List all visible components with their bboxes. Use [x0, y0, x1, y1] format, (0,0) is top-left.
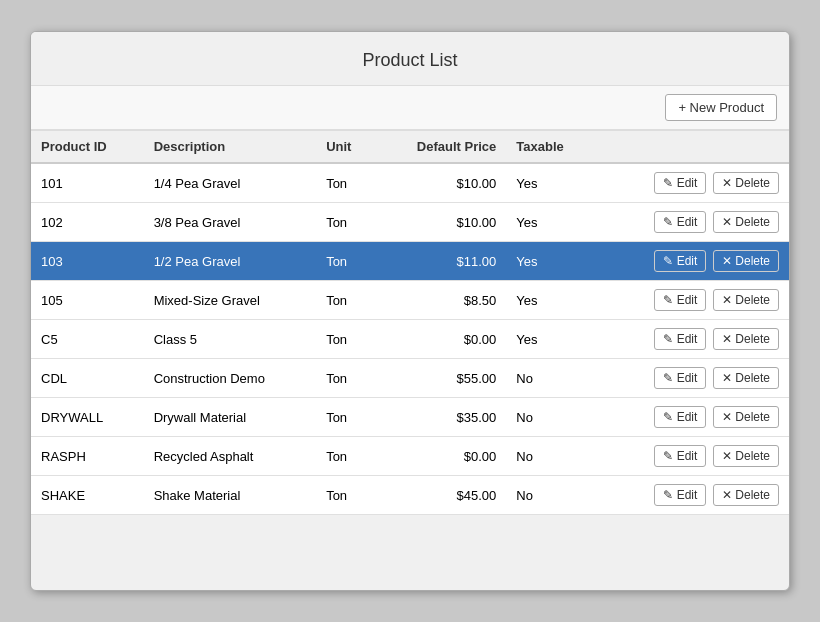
cell-product-id: CDL [31, 359, 144, 398]
delete-button[interactable]: ✕ Delete [713, 211, 779, 233]
cell-actions: ✎ Edit ✕ Delete [595, 398, 789, 437]
delete-button[interactable]: ✕ Delete [713, 172, 779, 194]
edit-button[interactable]: ✎ Edit [654, 289, 706, 311]
cell-description: Construction Demo [144, 359, 316, 398]
page-title: Product List [31, 32, 789, 86]
cell-taxable: No [506, 437, 595, 476]
cell-description: Recycled Asphalt [144, 437, 316, 476]
edit-button[interactable]: ✎ Edit [654, 250, 706, 272]
cell-description: Mixed-Size Gravel [144, 281, 316, 320]
col-taxable: Taxable [506, 131, 595, 163]
cell-taxable: No [506, 476, 595, 515]
product-table: Product ID Description Unit Default Pric… [31, 131, 789, 515]
table-header-row: Product ID Description Unit Default Pric… [31, 131, 789, 163]
cell-product-id: DRYWALL [31, 398, 144, 437]
cell-unit: Ton [316, 437, 375, 476]
edit-button[interactable]: ✎ Edit [654, 172, 706, 194]
cell-description: 1/2 Pea Gravel [144, 242, 316, 281]
edit-button[interactable]: ✎ Edit [654, 367, 706, 389]
col-default-price: Default Price [376, 131, 507, 163]
cell-taxable: No [506, 398, 595, 437]
cell-default-price: $0.00 [376, 437, 507, 476]
cell-unit: Ton [316, 242, 375, 281]
edit-button[interactable]: ✎ Edit [654, 211, 706, 233]
cell-description: 3/8 Pea Gravel [144, 203, 316, 242]
table-row[interactable]: RASPH Recycled Asphalt Ton $0.00 No ✎ Ed… [31, 437, 789, 476]
cell-actions: ✎ Edit ✕ Delete [595, 359, 789, 398]
delete-button[interactable]: ✕ Delete [713, 406, 779, 428]
table-row[interactable]: 102 3/8 Pea Gravel Ton $10.00 Yes ✎ Edit… [31, 203, 789, 242]
toolbar: + New Product [31, 86, 789, 130]
product-list-window: Product List + New Product Product ID De… [30, 31, 790, 591]
cell-default-price: $45.00 [376, 476, 507, 515]
col-actions [595, 131, 789, 163]
col-product-id: Product ID [31, 131, 144, 163]
cell-product-id: RASPH [31, 437, 144, 476]
cell-taxable: No [506, 359, 595, 398]
cell-default-price: $8.50 [376, 281, 507, 320]
cell-unit: Ton [316, 398, 375, 437]
cell-unit: Ton [316, 281, 375, 320]
cell-default-price: $55.00 [376, 359, 507, 398]
cell-actions: ✎ Edit ✕ Delete [595, 242, 789, 281]
cell-description: Class 5 [144, 320, 316, 359]
table-row[interactable]: 105 Mixed-Size Gravel Ton $8.50 Yes ✎ Ed… [31, 281, 789, 320]
cell-description: Shake Material [144, 476, 316, 515]
table-row[interactable]: CDL Construction Demo Ton $55.00 No ✎ Ed… [31, 359, 789, 398]
cell-product-id: C5 [31, 320, 144, 359]
delete-button[interactable]: ✕ Delete [713, 367, 779, 389]
cell-unit: Ton [316, 476, 375, 515]
edit-button[interactable]: ✎ Edit [654, 406, 706, 428]
cell-actions: ✎ Edit ✕ Delete [595, 203, 789, 242]
cell-product-id: 103 [31, 242, 144, 281]
cell-actions: ✎ Edit ✕ Delete [595, 163, 789, 203]
delete-button[interactable]: ✕ Delete [713, 250, 779, 272]
table-row[interactable]: DRYWALL Drywall Material Ton $35.00 No ✎… [31, 398, 789, 437]
cell-default-price: $10.00 [376, 163, 507, 203]
cell-default-price: $35.00 [376, 398, 507, 437]
cell-product-id: 105 [31, 281, 144, 320]
delete-button[interactable]: ✕ Delete [713, 484, 779, 506]
cell-taxable: Yes [506, 242, 595, 281]
delete-button[interactable]: ✕ Delete [713, 289, 779, 311]
edit-button[interactable]: ✎ Edit [654, 445, 706, 467]
edit-button[interactable]: ✎ Edit [654, 328, 706, 350]
product-table-container[interactable]: Product ID Description Unit Default Pric… [31, 130, 789, 515]
cell-product-id: SHAKE [31, 476, 144, 515]
delete-button[interactable]: ✕ Delete [713, 328, 779, 350]
cell-actions: ✎ Edit ✕ Delete [595, 437, 789, 476]
cell-taxable: Yes [506, 281, 595, 320]
cell-unit: Ton [316, 163, 375, 203]
table-row[interactable]: C5 Class 5 Ton $0.00 Yes ✎ Edit ✕ Delete [31, 320, 789, 359]
cell-product-id: 101 [31, 163, 144, 203]
cell-actions: ✎ Edit ✕ Delete [595, 281, 789, 320]
cell-unit: Ton [316, 320, 375, 359]
cell-unit: Ton [316, 203, 375, 242]
cell-taxable: Yes [506, 163, 595, 203]
cell-description: Drywall Material [144, 398, 316, 437]
cell-taxable: Yes [506, 320, 595, 359]
cell-default-price: $0.00 [376, 320, 507, 359]
cell-default-price: $10.00 [376, 203, 507, 242]
cell-unit: Ton [316, 359, 375, 398]
edit-button[interactable]: ✎ Edit [654, 484, 706, 506]
cell-actions: ✎ Edit ✕ Delete [595, 476, 789, 515]
cell-taxable: Yes [506, 203, 595, 242]
delete-button[interactable]: ✕ Delete [713, 445, 779, 467]
cell-description: 1/4 Pea Gravel [144, 163, 316, 203]
col-description: Description [144, 131, 316, 163]
cell-product-id: 102 [31, 203, 144, 242]
new-product-button[interactable]: + New Product [665, 94, 777, 121]
col-unit: Unit [316, 131, 375, 163]
cell-actions: ✎ Edit ✕ Delete [595, 320, 789, 359]
table-row[interactable]: 101 1/4 Pea Gravel Ton $10.00 Yes ✎ Edit… [31, 163, 789, 203]
table-row[interactable]: SHAKE Shake Material Ton $45.00 No ✎ Edi… [31, 476, 789, 515]
table-row[interactable]: 103 1/2 Pea Gravel Ton $11.00 Yes ✎ Edit… [31, 242, 789, 281]
cell-default-price: $11.00 [376, 242, 507, 281]
